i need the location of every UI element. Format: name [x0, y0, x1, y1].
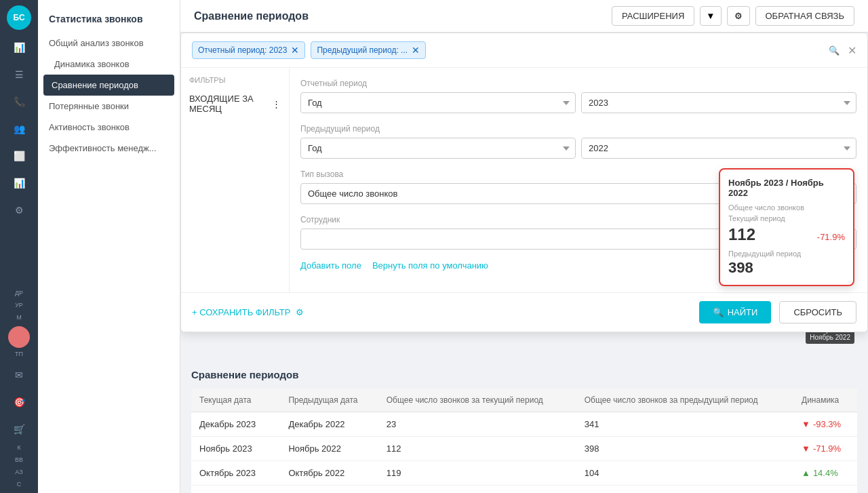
find-button[interactable]: 🔍 НАЙТИ: [699, 301, 772, 323]
tooltip-current-row: 112 -71.9%: [728, 225, 845, 244]
cell-dynamic: ▼-93.3%: [793, 412, 857, 437]
sidebar-icon-calls[interactable]: 📞: [7, 90, 31, 114]
save-filter-label: + СОХРАНИТЬ ФИЛЬТР: [192, 307, 290, 317]
filter-item-incoming-icon: ⋮: [272, 99, 281, 109]
tooltip-header: Ноябрь 2023 / Ноябрь 2022: [728, 178, 845, 198]
table-row: Декабрь 2023 Декабрь 2022 23 341 ▼-93.3%: [191, 412, 857, 437]
find-button-search-icon: 🔍: [713, 307, 724, 317]
sidebar-icon-reports[interactable]: ☰: [7, 62, 31, 87]
sidebar-icon-users[interactable]: 👥: [7, 117, 31, 141]
settings-button[interactable]: ⚙: [727, 6, 750, 26]
table-area: Сравнение периодов Текущая дата Предыдущ…: [191, 369, 857, 493]
extensions-button[interactable]: РАСШИРЕНИЯ: [612, 6, 694, 26]
tooltip-previous-value: 398: [728, 259, 845, 277]
tooltip-current-label: Текущий период: [728, 214, 845, 222]
reporting-period-group: Отчетный период Год 2023: [300, 79, 856, 113]
previous-period-group: Предыдущий период Год 2022: [300, 124, 856, 159]
sidebar-icon-mail[interactable]: ✉: [7, 363, 31, 387]
user-avatar[interactable]: [8, 326, 30, 348]
find-button-label: НАЙТИ: [728, 307, 758, 317]
add-field-link[interactable]: Добавить поле: [300, 260, 361, 271]
reset-button[interactable]: СБРОСИТЬ: [779, 301, 856, 323]
main-area: Сравнение периодов РАСШИРЕНИЯ ▼ ⚙ ОБРАТН…: [180, 0, 868, 493]
extensions-arrow-button[interactable]: ▼: [700, 6, 721, 26]
sidebar-icon-layers[interactable]: ⬜: [7, 144, 31, 168]
sidebar-label-bb: ВВ: [15, 456, 23, 463]
sidebar-label-tp: ТП: [15, 351, 23, 357]
tooltip-total-label: Общее число звонков: [728, 203, 845, 212]
reporting-type-select[interactable]: Год: [300, 92, 576, 113]
nav-item-dynamics[interactable]: Динамика звонков: [38, 54, 180, 75]
nav-item-general[interactable]: Общий анализ звонков: [38, 33, 180, 54]
filter-item-incoming-label: ВХОДЯЩИЕ ЗА МЕСЯЦ: [189, 94, 272, 114]
nav-sidebar: Статистика звонков Общий анализ звонков …: [38, 0, 180, 493]
cell-current-date: Ноябрь 2023: [191, 437, 280, 461]
previous-period-label: Предыдущий период: [300, 124, 856, 134]
filter-tag-previous-close[interactable]: ✕: [412, 45, 420, 56]
filter-tag-reporting-close[interactable]: ✕: [291, 45, 299, 56]
cell-previous-val: 145: [576, 486, 793, 494]
previous-year-select[interactable]: 2022: [581, 138, 856, 159]
cell-previous-val: 341: [576, 412, 793, 437]
filter-tag-previous[interactable]: Предыдущий период: ... ✕: [311, 41, 426, 59]
nav-item-activity[interactable]: Активность звонков: [38, 117, 180, 138]
feedback-button[interactable]: ОБРАТНАЯ СВЯЗЬ: [755, 6, 855, 26]
filter-dialog-top: Отчетный период: 2023 ✕ Предыдущий перио…: [181, 33, 867, 68]
sidebar-label-ur: УР: [15, 302, 23, 309]
reset-default-link[interactable]: Вернуть поля по умолчанию: [372, 260, 488, 271]
reporting-period-label: Отчетный период: [300, 79, 856, 88]
main-header: Сравнение периодов РАСШИРЕНИЯ ▼ ⚙ ОБРАТН…: [180, 0, 868, 33]
cell-previous-val: 398: [576, 437, 793, 461]
filters-section-label: ФИЛЬТРЫ: [189, 76, 281, 84]
col-current-calls: Общее число звонков за текущий период: [378, 389, 576, 412]
cell-dynamic: ▼-71.9%: [793, 437, 857, 461]
cell-previous-val: 104: [576, 461, 793, 486]
filter-close-button[interactable]: ✕: [848, 44, 856, 57]
cell-current-val: 112: [378, 437, 576, 461]
cell-current-val: 119: [378, 461, 576, 486]
sidebar-icon-target[interactable]: 🎯: [7, 390, 31, 414]
sidebar-icon-cart[interactable]: 🛒: [7, 417, 31, 441]
nav-item-lost[interactable]: Потерянные звонки: [38, 96, 180, 117]
content-area: Отчетный период: 2023 ✕ Предыдущий перио…: [180, 33, 868, 493]
cell-previous-date: Декабрь 2022: [280, 412, 378, 437]
col-current-date: Текущая дата: [191, 389, 280, 412]
sidebar-icon-chart[interactable]: 📊: [7, 171, 31, 195]
filter-tag-previous-label: Предыдущий период: ...: [317, 45, 408, 55]
save-filter-area[interactable]: + СОХРАНИТЬ ФИЛЬТР ⚙: [192, 307, 304, 317]
page-title: Сравнение периодов: [194, 10, 309, 22]
table-row: Сентябрь 2023 Сентябрь 2022 189 145 ▲30.…: [191, 486, 857, 494]
cell-current-date: Октябрь 2023: [191, 461, 280, 486]
save-filter-gear-icon: ⚙: [296, 307, 304, 317]
sidebar-label-az: АЗ: [15, 469, 22, 475]
previous-period-row: Год 2022: [300, 138, 856, 159]
cell-previous-date: Сентябрь 2022: [280, 486, 378, 494]
tooltip-current-value: 112: [728, 225, 755, 244]
sidebar-icon-settings[interactable]: ⚙: [7, 198, 31, 222]
cell-previous-date: Ноябрь 2022: [280, 437, 378, 461]
sidebar-label-k: К: [17, 444, 20, 451]
cell-current-date: Декабрь 2023: [191, 412, 280, 437]
filter-tag-reporting[interactable]: Отчетный период: 2023 ✕: [192, 41, 305, 59]
nav-title: Статистика звонков: [38, 8, 180, 33]
filter-footer: + СОХРАНИТЬ ФИЛЬТР ⚙ 🔍 НАЙТИ СБРОСИТЬ: [181, 292, 867, 332]
filter-left-panel: ФИЛЬТРЫ ВХОДЯЩИЕ ЗА МЕСЯЦ ⋮: [181, 68, 290, 292]
app-logo[interactable]: БС: [7, 5, 31, 30]
cell-dynamic: ▲30.3%: [793, 486, 857, 494]
filter-item-incoming[interactable]: ВХОДЯЩИЕ ЗА МЕСЯЦ ⋮: [189, 90, 281, 118]
table-title: Сравнение периодов: [191, 369, 857, 380]
reporting-year-select[interactable]: 2023: [581, 92, 856, 113]
cell-previous-date: Октябрь 2022: [280, 461, 378, 486]
nav-item-comparison[interactable]: Сравнение периодов: [43, 75, 174, 96]
comparison-table: Текущая дата Предыдущая дата Общее число…: [191, 389, 857, 493]
sidebar-label-c: С: [17, 481, 22, 488]
left-sidebar: БС 📊 ☰ 📞 👥 ⬜ 📊 ⚙ ДР УР M ТП ✉ 🎯 🛒 К ВВ А…: [0, 0, 38, 493]
sidebar-icon-analytics[interactable]: 📊: [7, 35, 31, 60]
filter-search-icon[interactable]: 🔍: [829, 45, 840, 56]
previous-type-select[interactable]: Год: [300, 138, 576, 159]
tooltip-change: -71.9%: [817, 232, 845, 242]
cell-current-date: Сентябрь 2023: [191, 486, 280, 494]
nav-item-efficiency[interactable]: Эффективность менедж...: [38, 138, 180, 159]
table-body: Декабрь 2023 Декабрь 2022 23 341 ▼-93.3%…: [191, 412, 857, 494]
tooltip-previous-label: Предыдущий период: [728, 250, 845, 258]
